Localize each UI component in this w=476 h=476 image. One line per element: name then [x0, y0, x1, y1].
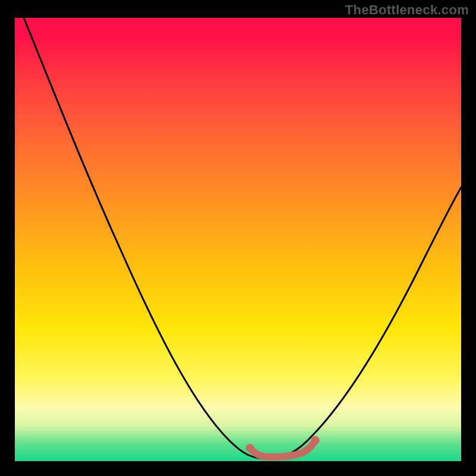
marker-dot-left [246, 444, 254, 452]
chart-stage: TheBottleneck.com [0, 0, 476, 476]
plot-area [15, 18, 461, 461]
watermark-text: TheBottleneck.com [345, 2, 469, 18]
bottleneck-curve [15, 18, 461, 461]
marker-dot-right [311, 436, 320, 444]
curve-path [24, 18, 461, 459]
